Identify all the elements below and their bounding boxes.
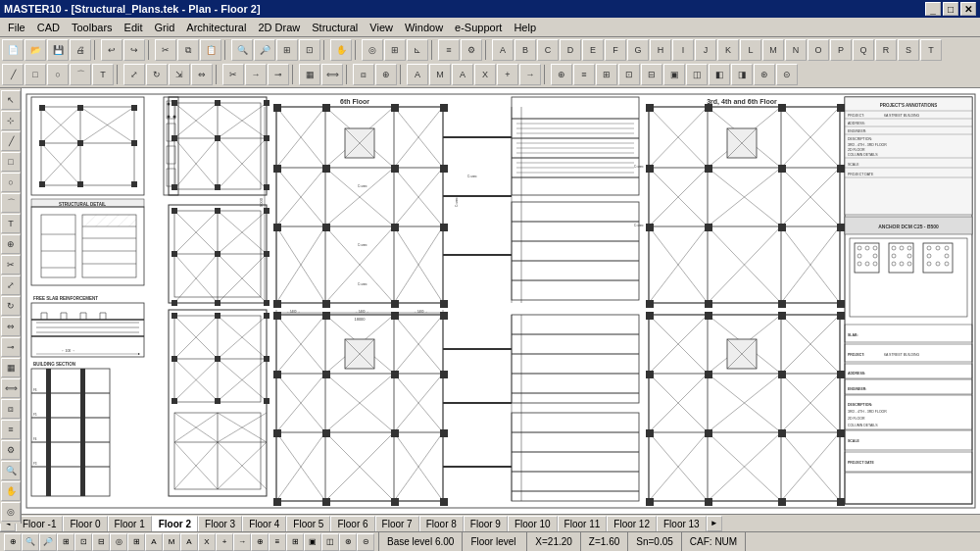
tool-14[interactable]: ⟺ [1, 378, 21, 398]
tb-open[interactable]: 📂 [24, 39, 46, 61]
tab-floor-3[interactable]: Floor 3 [198, 516, 242, 531]
tool-17[interactable]: ⚙ [1, 440, 21, 460]
tab-floor-7[interactable]: Floor 7 [375, 516, 419, 531]
tab-floor-2[interactable]: Floor 2 [152, 516, 198, 531]
menu-2ddraw[interactable]: 2D Draw [252, 20, 306, 35]
status-btn-17[interactable]: ⊞ [286, 533, 304, 551]
tb-r12[interactable]: ▣ [663, 64, 685, 85]
tool-10[interactable]: ↻ [1, 296, 21, 316]
tool-2[interactable]: ╱ [1, 131, 21, 151]
tool-5[interactable]: ⌒ [1, 193, 21, 213]
tb-rotate[interactable]: ↻ [146, 64, 168, 85]
tb-extra4[interactable]: D [560, 39, 581, 61]
tb-redo[interactable]: ↪ [123, 39, 145, 61]
tab-floor-4[interactable]: Floor 4 [242, 516, 286, 531]
menu-file[interactable]: File [2, 20, 31, 35]
tb-r7[interactable]: ⊕ [551, 64, 572, 85]
tab-floor-0[interactable]: Floor 0 [63, 516, 107, 531]
tb-extra14[interactable]: N [785, 39, 807, 61]
tb-pan[interactable]: ✋ [330, 39, 352, 61]
tb-extra3[interactable]: C [537, 39, 559, 61]
menu-esupport[interactable]: e-Support [449, 20, 508, 35]
tool-19[interactable]: ✋ [1, 481, 21, 501]
tb-extra18[interactable]: R [875, 39, 897, 61]
tb-extra6[interactable]: F [605, 39, 626, 61]
menu-toolbars[interactable]: Toolbars [66, 20, 119, 35]
tb-offset[interactable]: ⊸ [268, 64, 289, 85]
tb-extra11[interactable]: K [717, 39, 739, 61]
status-btn-21[interactable]: ⊝ [357, 533, 374, 551]
tb-extra20[interactable]: T [920, 39, 942, 61]
tb-hatch[interactable]: ▦ [299, 64, 320, 85]
tb-r16[interactable]: ⊛ [754, 64, 775, 85]
tool-3[interactable]: □ [1, 152, 21, 172]
tb-r8[interactable]: ≡ [573, 64, 595, 85]
tb-print[interactable]: 🖨 [70, 39, 91, 61]
tab-floor-11[interactable]: Floor 11 [558, 516, 608, 531]
status-btn-15[interactable]: ⊕ [251, 533, 269, 551]
tb-zoom-window[interactable]: ⊡ [299, 39, 320, 61]
tool-11[interactable]: ⇔ [1, 317, 21, 336]
tb-rect[interactable]: □ [24, 64, 46, 85]
status-btn-3[interactable]: 🔎 [39, 533, 57, 551]
tool-12[interactable]: ⊸ [1, 337, 21, 357]
tb-extra9[interactable]: I [672, 39, 694, 61]
tb-extra7[interactable]: G [627, 39, 649, 61]
tb-dimension[interactable]: ⟺ [321, 64, 343, 85]
status-btn-19[interactable]: ◫ [321, 533, 339, 551]
tab-floor-9[interactable]: Floor 9 [464, 516, 508, 531]
tb-extra16[interactable]: P [830, 39, 852, 61]
status-btn-4[interactable]: ⊞ [57, 533, 74, 551]
tab-floor-13[interactable]: Floor 13 [657, 516, 707, 531]
tb-block[interactable]: ⧈ [353, 64, 374, 85]
tb-text[interactable]: T [92, 64, 114, 85]
tb-r17[interactable]: ⊝ [776, 64, 798, 85]
tb-r13[interactable]: ◫ [686, 64, 708, 85]
status-btn-6[interactable]: ⊟ [92, 533, 110, 551]
menu-help[interactable]: Help [508, 20, 542, 35]
tab-next-button[interactable]: ► [707, 516, 722, 531]
tool-15[interactable]: ⧈ [1, 399, 21, 419]
tb-extra12[interactable]: L [740, 39, 761, 61]
status-btn-10[interactable]: M [163, 533, 180, 551]
tb-zoom-out[interactable]: 🔎 [254, 39, 275, 61]
tab-floor-12[interactable]: Floor 12 [607, 516, 657, 531]
tab-floor--1[interactable]: Floor -1 [16, 516, 63, 531]
tab-floor-5[interactable]: Floor 5 [286, 516, 330, 531]
tool-16[interactable]: ≡ [1, 420, 21, 439]
menu-cad[interactable]: CAD [31, 20, 66, 35]
tb-ortho[interactable]: ⊾ [407, 39, 428, 61]
tb-line[interactable]: ╱ [2, 64, 24, 85]
tb-undo[interactable]: ↩ [101, 39, 122, 61]
tb-save[interactable]: 💾 [47, 39, 69, 61]
tb-circle[interactable]: ○ [47, 64, 69, 85]
minimize-button[interactable]: _ [925, 2, 941, 16]
tb-arc[interactable]: ⌒ [70, 64, 91, 85]
menu-structural[interactable]: Structural [306, 20, 364, 35]
tb-insert[interactable]: ⊕ [375, 64, 397, 85]
tb-r9[interactable]: ⊞ [596, 64, 617, 85]
tb-properties[interactable]: ⚙ [461, 39, 482, 61]
tb-snap[interactable]: ◎ [362, 39, 383, 61]
status-btn-16[interactable]: ≡ [269, 533, 286, 551]
tb-r15[interactable]: ◨ [731, 64, 753, 85]
tool-13[interactable]: ▦ [1, 358, 21, 377]
close-button[interactable]: ✕ [960, 2, 976, 16]
tb-extra19[interactable]: S [898, 39, 919, 61]
tool-select[interactable]: ↖ [1, 90, 21, 110]
tb-extra15[interactable]: O [808, 39, 829, 61]
tab-floor-10[interactable]: Floor 10 [508, 516, 558, 531]
tb-extra1[interactable]: A [492, 39, 514, 61]
tb-new[interactable]: 📄 [2, 39, 24, 61]
tb-zoom-all[interactable]: ⊞ [276, 39, 298, 61]
tb-r10[interactable]: ⊡ [618, 64, 640, 85]
tb-extra13[interactable]: M [762, 39, 784, 61]
tb-r1[interactable]: A [407, 64, 428, 85]
status-btn-5[interactable]: ⊡ [74, 533, 92, 551]
tb-scale[interactable]: ⇲ [169, 64, 190, 85]
menu-edit[interactable]: Edit [119, 20, 149, 35]
status-btn-2[interactable]: 🔍 [22, 533, 39, 551]
status-btn-11[interactable]: A [180, 533, 198, 551]
tb-extra10[interactable]: J [695, 39, 716, 61]
menu-window[interactable]: Window [399, 20, 449, 35]
